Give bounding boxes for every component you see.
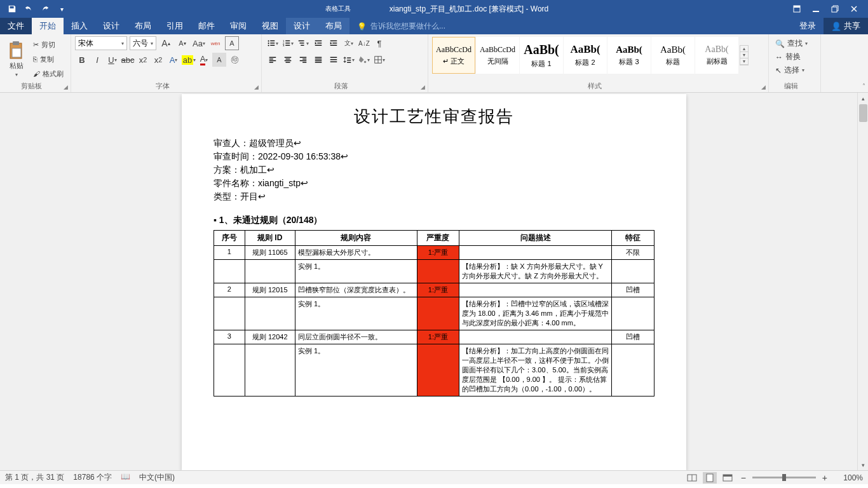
select-button[interactable]: ↖选择▾ — [773, 64, 817, 76]
phonetic-guide-button[interactable]: wén — [208, 36, 222, 50]
style-item[interactable]: AaBbCcDd无间隔 — [476, 37, 519, 74]
signin-button[interactable]: 登录 — [792, 18, 824, 34]
justify-button[interactable] — [311, 53, 325, 67]
style-scroll-up-icon[interactable]: ▴ — [740, 46, 748, 52]
close-icon[interactable] — [845, 2, 863, 16]
style-item[interactable]: AaBbCcDd↵ 正文 — [432, 37, 475, 74]
print-layout-icon[interactable] — [703, 472, 717, 484]
word-count[interactable]: 18786 个字 — [73, 472, 112, 483]
rules-table[interactable]: 序号 规则 ID 规则内容 严重度 问题描述 特征 1规则 11065模型漏标最… — [214, 230, 654, 396]
table-row[interactable]: 3规则 12042同层立面倒圆半径不一致。1:严重凹槽 — [214, 330, 654, 344]
zoom-out-button[interactable]: − — [738, 473, 749, 483]
tab-table-layout[interactable]: 布局 — [318, 18, 349, 34]
tell-me-search[interactable]: 💡 告诉我您想要做什么... — [349, 18, 453, 34]
style-scroll-down-icon[interactable]: ▾ — [740, 52, 748, 58]
zoom-level[interactable]: 100% — [834, 473, 863, 482]
table-row[interactable]: 实例 1。【结果分析】：缺 X 方向外形最大尺寸。缺 Y 方向外形最大尺寸。缺 … — [214, 260, 654, 283]
find-button[interactable]: 🔍查找▾ — [773, 37, 817, 50]
tab-design[interactable]: 设计 — [95, 18, 127, 34]
tab-references[interactable]: 引用 — [159, 18, 191, 34]
style-item[interactable]: AaBb(标题 3 — [607, 37, 651, 74]
scroll-down-icon[interactable]: ▾ — [858, 459, 868, 470]
borders-button[interactable]: ▾ — [372, 53, 386, 67]
share-button[interactable]: 👤共享 — [824, 18, 868, 34]
spellcheck-icon[interactable]: 📖 — [121, 472, 130, 483]
replace-button[interactable]: ↔替换 — [773, 51, 817, 63]
scroll-thumb[interactable] — [859, 104, 867, 122]
strikethrough-button[interactable]: abc — [121, 53, 135, 67]
document-page[interactable]: 设计工艺性审查报告 审查人：超级管理员↩ 审查时间：2022-09-30 16:… — [182, 94, 686, 470]
qat-customize-icon[interactable]: ▾ — [55, 2, 69, 16]
sort-button[interactable]: A↓Z — [357, 36, 371, 50]
tab-home[interactable]: 开始 — [32, 18, 64, 34]
tab-insert[interactable]: 插入 — [64, 18, 95, 34]
web-layout-icon[interactable] — [721, 472, 735, 484]
table-row[interactable]: 1规则 11065模型漏标最大外形尺寸。1:严重不限 — [214, 246, 654, 260]
styles-dialog-launcher[interactable]: ◢ — [760, 84, 766, 90]
redo-icon[interactable] — [38, 2, 52, 16]
line-spacing-button[interactable]: ▾ — [342, 53, 356, 67]
copy-button[interactable]: ⎘复制 — [31, 52, 66, 66]
tab-review[interactable]: 审阅 — [222, 18, 254, 34]
tab-file[interactable]: 文件 — [0, 18, 32, 34]
minimize-icon[interactable] — [807, 2, 825, 16]
restore-icon[interactable] — [826, 2, 844, 16]
tab-mailings[interactable]: 邮件 — [191, 18, 222, 34]
align-right-button[interactable] — [296, 53, 310, 67]
vertical-scrollbar[interactable]: ▴ ▾ — [857, 93, 868, 470]
distribute-button[interactable] — [327, 53, 341, 67]
table-row[interactable]: 实例 1。【结果分析】：加工方向上高度的小倒圆面在同一高度层上半径不一致，这样不… — [214, 344, 654, 396]
style-gallery[interactable]: AaBbCcDd↵ 正文AaBbCcDd无间隔AaBb(标题 1AaBb(标题 … — [432, 37, 738, 74]
scroll-up-icon[interactable]: ▴ — [858, 93, 868, 104]
underline-button[interactable]: U▾ — [105, 53, 119, 67]
show-marks-button[interactable]: ¶ — [372, 36, 386, 50]
collapse-ribbon-icon[interactable]: ˄ — [862, 83, 865, 90]
bullets-button[interactable]: ▾ — [266, 36, 280, 50]
multilevel-list-button[interactable]: ▾ — [296, 36, 310, 50]
page-indicator[interactable]: 第 1 页，共 31 页 — [5, 472, 64, 483]
style-gallery-scroll[interactable]: ▴ ▾ ▾ — [740, 45, 749, 65]
font-size-select[interactable]: 六号▾ — [130, 36, 156, 50]
style-item[interactable]: AaBb(标题 1 — [520, 37, 563, 74]
undo-icon[interactable] — [22, 2, 36, 16]
shrink-font-button[interactable]: A▾ — [175, 36, 189, 50]
paragraph-dialog-launcher[interactable]: ◢ — [419, 84, 426, 90]
tab-layout[interactable]: 布局 — [127, 18, 159, 34]
align-center-button[interactable] — [281, 53, 295, 67]
zoom-slider[interactable] — [752, 477, 816, 478]
table-row[interactable]: 2规则 12015凹槽狭窄部位（深度宽度比查表）。1:严重凹槽 — [214, 283, 654, 297]
font-dialog-launcher[interactable]: ◢ — [253, 84, 259, 90]
cut-button[interactable]: ✂剪切 — [31, 37, 66, 51]
text-direction-button[interactable]: 文▾ — [342, 36, 356, 50]
tab-table-design[interactable]: 设计 — [286, 18, 318, 34]
style-item[interactable]: AaBb(副标题 — [695, 37, 738, 74]
decrease-indent-button[interactable] — [311, 36, 325, 50]
paste-button[interactable]: 粘贴 ▾ — [4, 39, 29, 79]
ribbon-display-options-icon[interactable] — [788, 2, 806, 16]
align-left-button[interactable] — [266, 53, 280, 67]
bold-button[interactable]: B — [75, 53, 89, 67]
text-effects-button[interactable]: A▾ — [166, 53, 180, 67]
read-mode-icon[interactable] — [685, 472, 699, 484]
font-color-button[interactable]: A▾ — [197, 53, 211, 67]
format-painter-button[interactable]: 🖌格式刷 — [31, 67, 66, 81]
table-row[interactable]: 实例 1。【结果分析】：凹槽中过窄的区域，该区域槽深度为 18.00，距离为 3… — [214, 297, 654, 330]
char-border-button[interactable]: A — [225, 36, 239, 50]
font-name-select[interactable]: 宋体▾ — [75, 36, 127, 50]
save-icon[interactable] — [5, 2, 19, 16]
grow-font-button[interactable]: A▴ — [159, 36, 173, 50]
subscript-button[interactable]: x2 — [136, 53, 150, 67]
style-item[interactable]: AaBb(标题 2 — [564, 37, 607, 74]
language-indicator[interactable]: 中文(中国) — [139, 472, 175, 483]
style-expand-icon[interactable]: ▾ — [740, 58, 748, 65]
shading-button[interactable]: ▾ — [357, 53, 371, 67]
change-case-button[interactable]: Aa▾ — [192, 36, 206, 50]
italic-button[interactable]: I — [90, 53, 104, 67]
increase-indent-button[interactable] — [327, 36, 341, 50]
char-shading-button[interactable]: A — [212, 53, 226, 67]
style-item[interactable]: AaBb(标题 — [651, 37, 695, 74]
numbering-button[interactable]: 123▾ — [281, 36, 295, 50]
clipboard-dialog-launcher[interactable]: ◢ — [62, 84, 69, 90]
superscript-button[interactable]: x2 — [151, 53, 165, 67]
tab-view[interactable]: 视图 — [254, 18, 286, 34]
